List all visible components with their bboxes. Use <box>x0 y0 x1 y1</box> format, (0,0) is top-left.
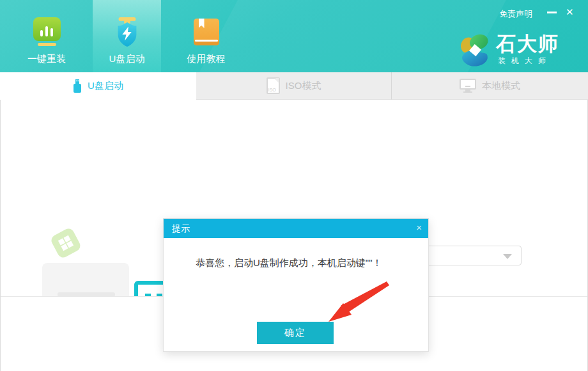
close-icon[interactable]: ✕ <box>566 6 574 18</box>
monitor-icon <box>460 79 476 93</box>
bar-chart-icon <box>33 17 61 48</box>
dialog-message: 恭喜您，启动U盘制作成功，本机启动键""！ <box>196 257 382 269</box>
nav-tab-one-click-reinstall[interactable]: 一键重装 <box>15 0 78 72</box>
mode-tab-label: 本地模式 <box>482 80 520 92</box>
main-panel: 开始制作 小贴士: 如果不知道怎么配置，使用默认配置即可 提示 × 恭喜您，启动… <box>0 100 588 296</box>
windows-tile-illustration <box>49 226 82 259</box>
red-annotation-arrow <box>323 279 390 325</box>
dialog-ok-button[interactable]: 确定 <box>257 322 334 344</box>
nav-tab-usb-boot[interactable]: U盘启动 <box>93 0 161 72</box>
dialog-titlebar <box>164 219 428 238</box>
app-window: 一键重装 U盘启动 使用教程 免责声明 <box>0 0 588 371</box>
mode-tab-label: ISO模式 <box>286 80 321 92</box>
mode-tab-usb-boot[interactable]: U盘启动 <box>0 72 196 100</box>
nav-tab-label: U盘启动 <box>109 53 145 65</box>
chevron-down-icon <box>503 254 512 259</box>
mode-tab-bar: U盘启动 ISO ISO模式 本地模式 <box>0 72 588 100</box>
book-icon <box>194 17 219 48</box>
usb-drive-icon <box>73 79 82 93</box>
dialog-close-icon[interactable]: × <box>416 219 422 237</box>
mode-tab-iso[interactable]: ISO ISO模式 <box>196 72 392 100</box>
brand-name: 石大师 <box>496 31 559 58</box>
nav-tab-label: 使用教程 <box>187 53 226 65</box>
brand-swirl-icon <box>459 33 491 68</box>
header-bar: 一键重装 U盘启动 使用教程 免责声明 <box>0 0 588 72</box>
dialog-ok-label: 确定 <box>284 327 306 339</box>
disclaimer-link[interactable]: 免责声明 <box>499 8 532 20</box>
dialog-title: 提示 <box>172 219 190 238</box>
mode-tab-local[interactable]: 本地模式 <box>392 72 588 100</box>
brand-tagline: 装机大师 <box>498 56 552 67</box>
brand-logo: 石大师 装机大师 <box>459 32 580 68</box>
nav-tab-label: 一键重装 <box>27 53 66 65</box>
mode-tab-label: U盘启动 <box>88 80 123 92</box>
iso-file-icon: ISO <box>267 77 280 94</box>
nav-tab-tutorial[interactable]: 使用教程 <box>174 0 238 72</box>
shield-lightning-icon <box>112 17 142 48</box>
minimize-icon[interactable] <box>547 12 557 13</box>
